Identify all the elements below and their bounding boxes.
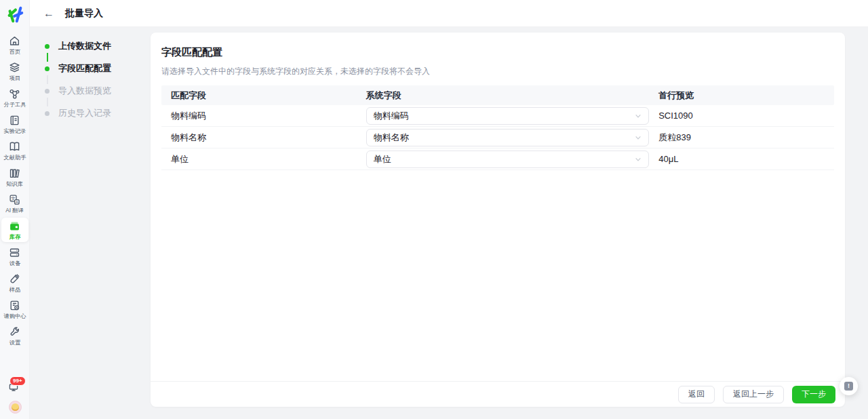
chevron-down-icon [635,113,642,119]
match-field-cell: 物料名称 [161,132,357,144]
app-logo[interactable] [0,0,30,28]
feedback-button[interactable]: ! [840,377,858,395]
order-center-icon [9,300,20,311]
panel-subtitle: 请选择导入文件中的字段与系统字段的对应关系，未选择的字段将不会导入 [161,66,834,77]
step-connector [47,98,48,106]
system-field-cell: 物料名称 [357,129,650,146]
sidebar-item-home[interactable]: 首页 [1,33,28,57]
select-value: 物料名称 [374,132,409,144]
sidebar-item-inventory[interactable]: 库存 [1,218,28,242]
ai-translate-icon: 文A [9,194,20,205]
step-label: 上传数据文件 [58,40,111,52]
table-row: 物料编码 物料编码 SCI1090 [161,105,834,127]
table-row: 物料名称 物料名称 质粒839 [161,127,834,148]
step-import-history[interactable]: 历史导入记录 [45,106,111,120]
back-button[interactable]: ← [43,8,54,19]
sidebar-item-label: 设备 [9,260,20,266]
step-upload-file[interactable]: 上传数据文件 [45,39,111,53]
user-avatar[interactable] [9,401,22,414]
app-root: 首页 项目 分子工具 实验记录 文献助手 知识库 [0,0,868,419]
preview-cell: SCI1090 [649,111,834,121]
next-step-button[interactable]: 下一步 [792,386,835,403]
content-area: 上传数据文件 字段匹配配置 导入数据预览 历史导入记录 [30,27,868,419]
svg-text:A: A [16,200,18,204]
preview-cell: 40μL [649,154,834,164]
panel-header: 字段匹配配置 请选择导入文件中的字段与系统字段的对应关系，未选择的字段将不会导入 [151,33,845,77]
page-title: 批量导入 [65,7,103,20]
sidebar-item-label: 文献助手 [3,154,26,160]
step-dot [45,44,50,49]
sidebar-item-experiment-record[interactable]: 实验记录 [1,112,28,136]
system-field-select[interactable]: 物料编码 [366,107,650,125]
topbar: ← 批量导入 [30,0,868,27]
sidebar-item-knowledge-base[interactable]: 知识库 [1,165,28,189]
sidebar-item-label: 分子工具 [3,101,26,107]
chevron-down-icon [635,156,642,163]
sidebar-item-order-center[interactable]: 请购中心 [1,297,28,321]
panel-title: 字段匹配配置 [161,46,834,59]
home-icon [9,35,20,47]
table-header-row: 匹配字段 系统字段 首行预览 [161,85,834,105]
import-steps: 上传数据文件 字段匹配配置 导入数据预览 历史导入记录 [45,39,111,120]
sidebar-item-label: 库存 [9,233,20,239]
match-field-cell: 物料编码 [161,110,357,122]
settings-icon [9,326,20,338]
sidebar-item-settings[interactable]: 设置 [1,323,28,348]
column-header-system-field: 系统字段 [357,89,650,102]
system-field-select[interactable]: 物料名称 [366,129,650,146]
sidebar-item-label: 知识库 [6,180,23,186]
knowledge-base-icon [9,167,20,179]
literature-assistant-icon [9,141,20,153]
sidebar-item-label: 项目 [9,75,20,81]
sidebar-item-label: AI 翻译 [5,207,24,213]
notification-badge: 99+ [9,376,26,386]
select-value: 物料编码 [374,110,409,122]
sidebar-item-label: 样品 [9,286,20,292]
step-label: 字段匹配配置 [58,62,111,75]
step-label: 历史导入记录 [58,107,111,119]
system-field-cell: 物料编码 [357,107,650,125]
samples-icon [9,273,20,285]
notifications-button[interactable]: 99+ [8,382,22,394]
panel-footer: 返回 返回上一步 下一步 [151,381,845,407]
step-data-preview[interactable]: 导入数据预览 [45,84,111,98]
select-value: 单位 [374,153,391,165]
experiment-record-icon [9,115,20,126]
chevron-down-icon [635,134,642,141]
sidebar-item-label: 请购中心 [3,313,26,319]
logo-icon [6,5,24,23]
inventory-icon [9,220,20,232]
step-field-mapping[interactable]: 字段匹配配置 [45,62,111,75]
previous-step-button[interactable]: 返回上一步 [723,386,784,403]
main-area: ← 批量导入 上传数据文件 字段匹配配置 导入数据预览 [30,0,868,419]
projects-icon [9,62,20,73]
sidebar-item-label: 实验记录 [3,127,26,134]
system-field-select[interactable]: 单位 [366,151,650,168]
sidebar-item-ai-translate[interactable]: 文A AI 翻译 [1,191,28,216]
step-dot [45,89,50,94]
step-dot [45,111,50,116]
system-field-cell: 单位 [357,151,650,168]
devices-icon [9,247,20,258]
step-dot [45,66,50,71]
sidebar-item-projects[interactable]: 项目 [1,59,28,83]
sidebar-item-molecule-tools[interactable]: 分子工具 [1,85,28,110]
step-label: 导入数据预览 [58,85,111,97]
sidebar-item-devices[interactable]: 设备 [1,244,28,268]
sidebar-nav: 首页 项目 分子工具 实验记录 文献助手 知识库 [0,33,29,350]
match-field-cell: 单位 [161,153,357,165]
table-row: 单位 单位 40μL [161,148,834,170]
avatar-face [12,403,19,411]
step-connector [47,53,48,62]
mapping-table: 匹配字段 系统字段 首行预览 物料编码 物料编码 SCI1090 [161,85,834,381]
sidebar-item-samples[interactable]: 样品 [1,271,28,295]
preview-cell: 质粒839 [649,132,834,144]
return-button[interactable]: 返回 [678,386,715,403]
sidebar-item-literature-assistant[interactable]: 文献助手 [1,138,28,163]
step-connector [47,75,48,84]
sidebar-item-label: 首页 [9,48,20,54]
column-header-match-field: 匹配字段 [161,89,357,102]
sidebar-bottom: 99+ [0,382,30,414]
field-mapping-panel: 字段匹配配置 请选择导入文件中的字段与系统字段的对应关系，未选择的字段将不会导入… [151,33,845,407]
molecule-tools-icon [9,88,20,100]
